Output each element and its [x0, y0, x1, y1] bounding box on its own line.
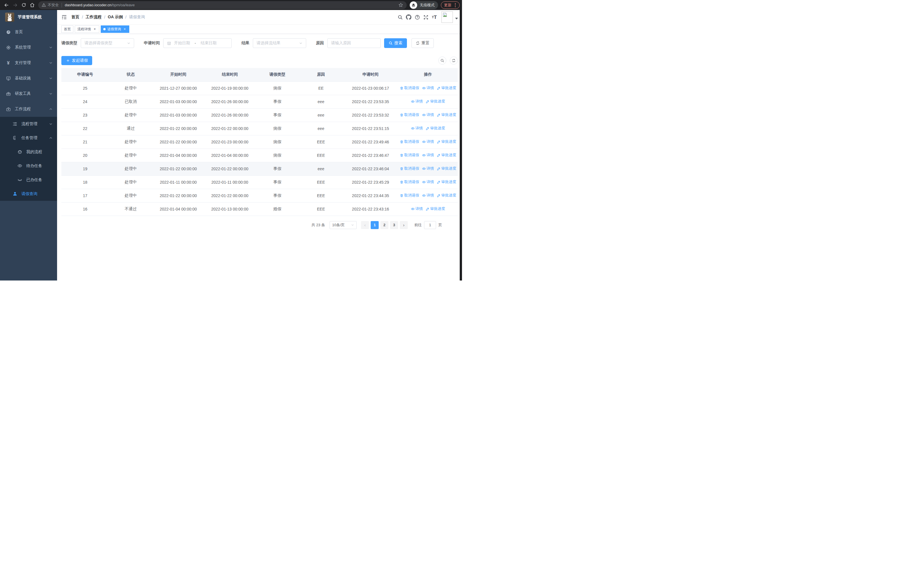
page-scrollbar[interactable] [460, 10, 462, 281]
action-label: 取消请假 [404, 179, 419, 185]
reason-input[interactable]: 请输入原因 [327, 38, 381, 48]
action-cancel-leave[interactable]: 取消请假 [400, 193, 419, 198]
action-detail[interactable]: 详情 [422, 166, 434, 171]
action-approval-progress[interactable]: 审批进度 [426, 99, 445, 104]
action-approval-progress[interactable]: 审批进度 [437, 152, 456, 158]
leave-type-select[interactable]: 请选择请假类型 [81, 38, 134, 48]
trash-icon [400, 194, 404, 197]
sidebar-item-todo-tasks[interactable]: 待办任务 [0, 159, 57, 173]
sidebar-collapse-button[interactable] [57, 10, 71, 24]
action-cancel-leave[interactable]: 取消请假 [400, 139, 419, 144]
action-approval-progress[interactable]: 审批进度 [437, 179, 456, 185]
action-approval-progress[interactable]: 审批进度 [426, 206, 445, 211]
sidebar-item-home[interactable]: 首页 [0, 24, 57, 40]
action-detail[interactable]: 详情 [422, 112, 434, 117]
dashboard-icon [6, 30, 11, 35]
action-cancel-leave[interactable]: 取消请假 [400, 86, 419, 90]
action-detail[interactable]: 详情 [411, 206, 423, 211]
action-approval-progress[interactable]: 审批进度 [437, 139, 456, 144]
cell-status: 处理中 [109, 175, 153, 189]
page-button-3[interactable]: 3 [390, 221, 398, 229]
breadcrumb-item[interactable]: 首页 [71, 15, 80, 20]
filter-apply-time: 申请时间 开始日期 - 结束日期 [144, 38, 232, 48]
action-detail[interactable]: 详情 [422, 139, 434, 144]
action-detail[interactable]: 详情 [422, 86, 434, 90]
sidebar-item-infrastructure[interactable]: 基础设施 [0, 71, 57, 86]
sidebar-item-leave-query[interactable]: 请假查询 [0, 187, 57, 201]
sidebar-item-system-mgmt[interactable]: 系统管理 [0, 40, 57, 55]
table-row: 20处理中2022-01-04 00:00:002022-01-04 00:00… [62, 149, 458, 162]
action-label: 审批进度 [441, 193, 456, 198]
action-detail[interactable]: 详情 [422, 179, 434, 185]
avatar-caret-down-icon[interactable] [455, 18, 458, 20]
close-icon[interactable]: × [123, 27, 127, 31]
font-size-button[interactable]: TT [430, 13, 439, 21]
action-approval-progress[interactable]: 审批进度 [437, 86, 456, 90]
show-search-toggle-button[interactable] [438, 57, 446, 65]
browser-menu-icon[interactable] [454, 3, 457, 7]
help-doc-button[interactable] [413, 13, 422, 21]
browser-reload-button[interactable] [20, 1, 28, 9]
font-size-icon: TT [432, 15, 436, 20]
action-approval-progress[interactable]: 审批进度 [426, 126, 445, 131]
bookmark-star-icon[interactable] [398, 3, 403, 8]
forward-icon [12, 3, 18, 8]
next-page-button[interactable]: › [400, 221, 408, 229]
header-search-button[interactable] [396, 13, 404, 21]
trash-icon [400, 180, 404, 184]
logo-row[interactable]: 芋道管理系统 [0, 10, 57, 24]
breadcrumb-item[interactable]: 工作流程 [86, 15, 102, 20]
sidebar-item-dev-tools[interactable]: 研发工具 [0, 86, 57, 101]
github-link-button[interactable] [404, 13, 413, 21]
result-select[interactable]: 请选择流结果 [253, 38, 306, 48]
refresh-table-button[interactable] [450, 57, 458, 65]
browser-update-button[interactable]: 更新 [441, 2, 460, 9]
address-bar[interactable]: 不安全 dashboard.yudao.iocoder.cn/bpm/oa/le… [38, 1, 406, 9]
sidebar-item-workflow[interactable]: 工作流程 [0, 101, 57, 117]
create-leave-button[interactable]: ＋ 发起请假 [62, 56, 92, 65]
tab-首页[interactable]: 首页 [62, 26, 74, 33]
user-avatar[interactable] [441, 11, 453, 23]
tab-流程详情[interactable]: 流程详情× [75, 26, 99, 33]
page-button-2[interactable]: 2 [380, 221, 388, 229]
fullscreen-icon [423, 15, 429, 20]
sidebar-item-payment-mgmt[interactable]: ¥支付管理 [0, 55, 57, 71]
prev-page-button[interactable]: ‹ [361, 221, 369, 229]
action-approval-progress[interactable]: 审批进度 [437, 193, 456, 198]
tab-请假查询[interactable]: 请假查询× [101, 26, 129, 33]
sidebar-item-task-mgmt[interactable]: 任务管理 [0, 131, 57, 145]
sidebar-item-process-mgmt[interactable]: 流程管理 [0, 117, 57, 131]
browser-home-button[interactable] [28, 1, 36, 9]
page-button-1[interactable]: 1 [370, 221, 379, 229]
sidebar-item-done-tasks[interactable]: 已办任务 [0, 173, 57, 187]
cell-actions: 详情审批进度 [398, 95, 458, 108]
breadcrumb-item[interactable]: OA 示例 [108, 15, 123, 20]
browser-back-button[interactable] [2, 1, 11, 9]
cell-start: 2022-01-22 00:00:00 [152, 122, 204, 135]
action-detail[interactable]: 详情 [422, 152, 434, 158]
action-cancel-leave[interactable]: 取消请假 [400, 112, 419, 117]
reset-button[interactable]: 重置 [411, 38, 434, 48]
tab-label: 首页 [64, 27, 71, 32]
action-approval-progress[interactable]: 审批进度 [437, 166, 456, 171]
apply-time-label: 申请时间 [144, 41, 160, 46]
action-approval-progress[interactable]: 审批进度 [437, 112, 456, 117]
page-size-select[interactable]: 10条/页 [330, 221, 357, 229]
action-detail[interactable]: 详情 [411, 99, 423, 104]
apply-time-range-picker[interactable]: 开始日期 - 结束日期 [163, 38, 232, 48]
action-cancel-leave[interactable]: 取消请假 [400, 166, 419, 171]
sidebar-menu: 首页系统管理¥支付管理基础设施研发工具工作流程流程管理任务管理我的流程待办任务已… [0, 24, 57, 201]
action-detail[interactable]: 详情 [422, 193, 434, 198]
incognito-label: 无痕模式 [420, 3, 435, 8]
action-cancel-leave[interactable]: 取消请假 [400, 152, 419, 158]
cell-end: 2022-01-04 00:00:00 [204, 149, 256, 162]
logo-rabbit-image [5, 12, 14, 22]
action-detail[interactable]: 详情 [411, 126, 423, 131]
search-button[interactable]: 搜索 [384, 38, 407, 48]
close-icon[interactable]: × [93, 27, 97, 31]
fullscreen-button[interactable] [422, 13, 430, 21]
goto-page-input[interactable]: 1 [424, 221, 436, 229]
browser-forward-button[interactable] [11, 1, 20, 9]
action-cancel-leave[interactable]: 取消请假 [400, 179, 419, 185]
sidebar-item-my-process[interactable]: 我的流程 [0, 145, 57, 159]
